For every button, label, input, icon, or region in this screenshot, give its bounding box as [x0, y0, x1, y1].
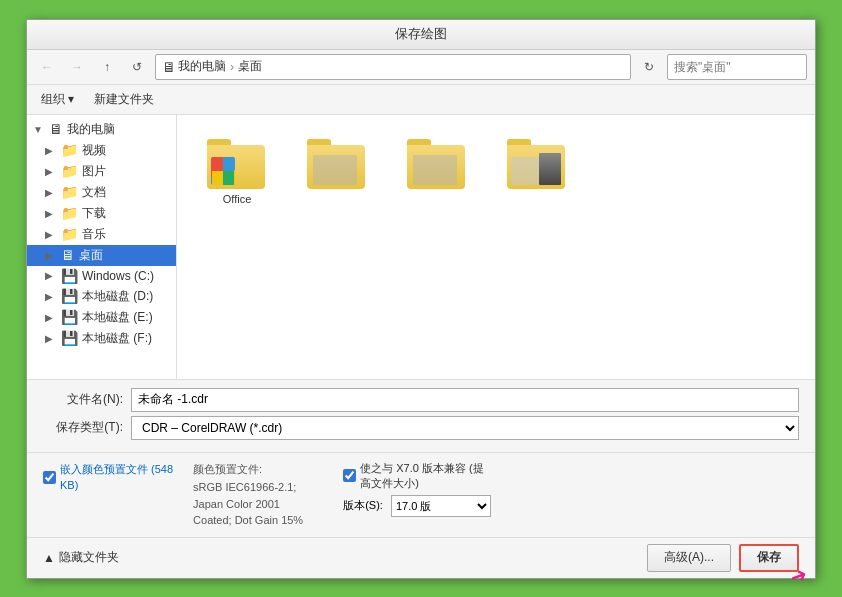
- disk-icon: 💾: [61, 330, 78, 346]
- bottom-section: 文件名(N): 保存类型(T): CDR – CorelDRAW (*.cdr): [27, 379, 815, 452]
- expand-icon: ▶: [45, 333, 57, 344]
- expand-icon: ▶: [45, 208, 57, 219]
- organize-button[interactable]: 组织 ▾: [35, 89, 80, 110]
- path-separator: ›: [230, 60, 234, 74]
- refresh-button[interactable]: ↺: [125, 55, 149, 79]
- folder-dark-overlay: [539, 153, 561, 185]
- options-section: 嵌入颜色预置文件 (548KB) 颜色预置文件: sRGB IEC61966-2…: [27, 452, 815, 537]
- refresh2-button[interactable]: ↻: [637, 55, 661, 79]
- advanced-button[interactable]: 高级(A)...: [647, 544, 731, 572]
- folder-overlay: [313, 155, 357, 185]
- filetype-select[interactable]: CDR – CorelDRAW (*.cdr): [131, 416, 799, 440]
- folder-body: [407, 145, 465, 189]
- folder-icon: 📁: [61, 226, 78, 242]
- compat-checkbox[interactable]: [343, 469, 356, 482]
- file-item-office[interactable]: Office: [197, 135, 277, 209]
- bottom-buttons: ▲ 隐藏文件夹 高级(A)... 保存 ➜: [27, 537, 815, 578]
- hide-folder-label: 隐藏文件夹: [59, 549, 119, 566]
- sidebar-label-local-e: 本地磁盘 (E:): [82, 309, 153, 326]
- folder-generic-icon-2: [307, 139, 367, 189]
- expand-icon: ▶: [45, 250, 57, 261]
- filetype-label: 保存类型(T):: [43, 419, 123, 436]
- arrow-indicator: ➜: [786, 561, 810, 589]
- sidebar-label-mypc: 我的电脑: [67, 121, 115, 138]
- sidebar-label-desktop: 桌面: [79, 247, 103, 264]
- address-root: 我的电脑: [178, 58, 226, 75]
- up-button[interactable]: ↑: [95, 55, 119, 79]
- color-profile-value: sRGB IEC61966-2.1;Japan Color 2001Coated…: [193, 479, 303, 529]
- sidebar-label-winc: Windows (C:): [82, 269, 154, 283]
- embed-option-row: 嵌入颜色预置文件 (548KB): [43, 461, 173, 494]
- search-input[interactable]: [667, 54, 807, 80]
- expand-icon: ▶: [45, 166, 57, 177]
- expand-icon: ▶: [45, 187, 57, 198]
- sidebar-label-video: 视频: [82, 142, 106, 159]
- embed-option-group: 嵌入颜色预置文件 (548KB): [43, 461, 173, 494]
- expand-icon: ▶: [45, 291, 57, 302]
- svg-rect-3: [223, 171, 234, 185]
- file-item-folder2[interactable]: [297, 135, 377, 209]
- color-profile-label-row: 颜色预置文件:: [193, 461, 303, 478]
- disk-icon: 💾: [61, 309, 78, 325]
- disk-icon: 💾: [61, 288, 78, 304]
- sidebar-item-desktop[interactable]: ▶ 🖥 桌面: [27, 245, 176, 266]
- chevron-down-icon: ▲: [43, 551, 55, 565]
- folder-icon: 📁: [61, 184, 78, 200]
- sidebar-label-music: 音乐: [82, 226, 106, 243]
- expand-icon: ▶: [45, 312, 57, 323]
- sidebar-item-local-d[interactable]: ▶ 💾 本地磁盘 (D:): [27, 286, 176, 307]
- compat-section: 使之与 X7.0 版本兼容 (提高文件大小) 版本(S): 17.0 版: [343, 461, 491, 517]
- sidebar-item-docs[interactable]: ▶ 📁 文档: [27, 182, 176, 203]
- sidebar-item-local-f[interactable]: ▶ 💾 本地磁盘 (F:): [27, 328, 176, 349]
- address-bar[interactable]: 🖥 我的电脑 › 桌面: [155, 54, 631, 80]
- forward-button[interactable]: →: [65, 55, 89, 79]
- version-label: 版本(S):: [343, 498, 383, 513]
- embed-checkbox[interactable]: [43, 471, 56, 484]
- expand-icon: ▶: [45, 229, 57, 240]
- save-btn-wrapper: 保存 ➜: [739, 544, 799, 572]
- file-type-row: 保存类型(T): CDR – CorelDRAW (*.cdr): [43, 416, 799, 440]
- expand-icon: ▶: [45, 145, 57, 156]
- disk-icon: 💾: [61, 268, 78, 284]
- main-content: ▼ 🖥 我的电脑 ▶ 📁 视频 ▶ 📁 图片 ▶ 📁 文档 ▶ 📁: [27, 115, 815, 379]
- sidebar-label-local-f: 本地磁盘 (F:): [82, 330, 152, 347]
- button-group: 高级(A)... 保存 ➜: [647, 544, 799, 572]
- sidebar-item-downloads[interactable]: ▶ 📁 下载: [27, 203, 176, 224]
- sidebar-label-images: 图片: [82, 163, 106, 180]
- expand-icon: ▶: [45, 270, 57, 281]
- file-label-office: Office: [223, 193, 252, 205]
- sidebar-label-local-d: 本地磁盘 (D:): [82, 288, 153, 305]
- folder-body: [307, 145, 365, 189]
- folder-icon: 📁: [61, 163, 78, 179]
- save-dialog: 保存绘图 ← → ↑ ↺ 🖥 我的电脑 › 桌面 ↻ 组织 ▾ 新建文件夹 ▼: [26, 19, 816, 579]
- folder-dark-icon: [507, 139, 567, 189]
- address-folder: 桌面: [238, 58, 262, 75]
- version-select[interactable]: 17.0 版: [391, 495, 491, 517]
- folder-generic-icon-3: [407, 139, 467, 189]
- compat-label: 使之与 X7.0 版本兼容 (提高文件大小): [360, 461, 483, 491]
- sidebar-item-music[interactable]: ▶ 📁 音乐: [27, 224, 176, 245]
- svg-rect-2: [212, 171, 223, 185]
- sidebar-item-winc[interactable]: ▶ 💾 Windows (C:): [27, 266, 176, 286]
- hide-folder-toggle[interactable]: ▲ 隐藏文件夹: [43, 549, 119, 566]
- address-path: 🖥 我的电脑 › 桌面: [162, 58, 262, 75]
- filename-input[interactable]: [131, 388, 799, 412]
- file-item-folder4[interactable]: [497, 135, 577, 209]
- sidebar-item-local-e[interactable]: ▶ 💾 本地磁盘 (E:): [27, 307, 176, 328]
- embed-label[interactable]: 嵌入颜色预置文件 (548KB): [60, 461, 173, 494]
- color-profile-group: 颜色预置文件: sRGB IEC61966-2.1;Japan Color 20…: [193, 461, 303, 529]
- sidebar: ▼ 🖥 我的电脑 ▶ 📁 视频 ▶ 📁 图片 ▶ 📁 文档 ▶ 📁: [27, 115, 177, 379]
- folder-icon: 📁: [61, 205, 78, 221]
- title-bar: 保存绘图: [27, 20, 815, 50]
- sidebar-item-video[interactable]: ▶ 📁 视频: [27, 140, 176, 161]
- file-item-folder3[interactable]: [397, 135, 477, 209]
- new-folder-button[interactable]: 新建文件夹: [88, 89, 160, 110]
- folder-overlay: [413, 155, 457, 185]
- file-name-row: 文件名(N):: [43, 388, 799, 412]
- file-area: Office: [177, 115, 815, 379]
- sidebar-item-images[interactable]: ▶ 📁 图片: [27, 161, 176, 182]
- folder-office-icon: [207, 139, 267, 189]
- back-button[interactable]: ←: [35, 55, 59, 79]
- sidebar-item-mypc[interactable]: ▼ 🖥 我的电脑: [27, 119, 176, 140]
- folder-light-overlay: [511, 157, 539, 185]
